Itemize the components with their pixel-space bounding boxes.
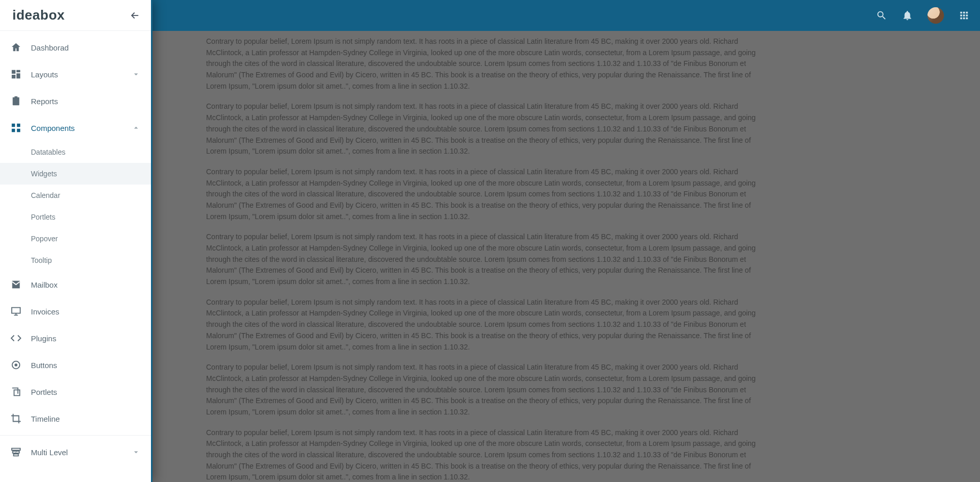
sidebar-subitem-tooltip[interactable]: Tooltip <box>31 250 151 271</box>
sidebar-subitem-portlets[interactable]: Portlets <box>31 206 151 228</box>
body-paragraph: Contrary to popular belief, Lorem Ipsum … <box>206 36 773 92</box>
sidebar-item-buttons[interactable]: Buttons <box>0 352 151 378</box>
sidebar-subitem-calendar[interactable]: Calendar <box>31 185 151 206</box>
sidebar-nav: DashboradLayoutsReportsComponentsDatatab… <box>0 31 151 482</box>
sidebar-subnav-components: DatatablesWidgetsCalendarPortletsPopover… <box>0 141 151 271</box>
topbar-actions <box>876 7 970 24</box>
clipboard-icon <box>10 95 22 107</box>
copy-icon <box>10 386 22 397</box>
crop-icon <box>10 413 22 424</box>
body-paragraph: Contrary to popular belief, Lorem Ipsum … <box>206 231 773 287</box>
search-icon[interactable] <box>876 10 887 21</box>
brand-logo[interactable]: ideabox <box>12 7 65 23</box>
sidebar-item-invoices[interactable]: Invoices <box>0 298 151 325</box>
body-paragraph: Contrary to popular belief, Lorem Ipsum … <box>206 297 773 353</box>
widgets-icon <box>10 122 22 134</box>
drawer-back-button[interactable] <box>129 10 141 21</box>
monitor-icon <box>10 306 22 317</box>
svg-text:2: 2 <box>15 450 17 454</box>
sidebar-item-label: Buttons <box>31 361 141 370</box>
sidebar-subitem-datatables[interactable]: Datatables <box>31 141 151 163</box>
sidebar-item-mailbox[interactable]: Mailbox <box>0 271 151 298</box>
sidebar-item-label: Mailbox <box>31 280 141 289</box>
chevron-up-icon <box>131 123 141 132</box>
sidebar-item-label: Multi Level <box>31 448 122 457</box>
drawer-header: ideabox <box>0 0 151 31</box>
sidebar-item-dashboard[interactable]: Dashborad <box>0 34 151 61</box>
body-paragraph: Contrary to popular belief, Lorem Ipsum … <box>206 362 773 418</box>
body-paragraph: Contrary to popular belief, Lorem Ipsum … <box>206 427 773 482</box>
brand-name: ideabox <box>12 7 65 23</box>
sidebar-item-label: Timeline <box>31 414 141 423</box>
chevron-down-icon <box>131 70 141 79</box>
sidebar-item-components[interactable]: Components <box>0 114 151 141</box>
sidebar-drawer: ideabox DashboradLayoutsReportsComponent… <box>0 0 153 482</box>
sidebar-item-label: Layouts <box>31 70 122 79</box>
article-body: Contrary to popular belief, Lorem Ipsum … <box>206 36 788 482</box>
code-icon <box>10 333 22 344</box>
mail-icon <box>10 279 22 290</box>
body-paragraph: Contrary to popular belief, Lorem Ipsum … <box>206 167 773 222</box>
bell-icon[interactable] <box>902 10 913 21</box>
svg-point-1 <box>14 363 18 367</box>
sidebar-subitem-popover[interactable]: Popover <box>31 228 151 250</box>
apps-icon[interactable] <box>958 10 970 21</box>
sidebar-item-label: Invoices <box>31 307 141 316</box>
sidebar-subitem-widgets[interactable]: Widgets <box>0 163 151 185</box>
sidebar-item-label: Dashborad <box>31 43 141 52</box>
home-icon <box>10 42 22 53</box>
sidebar-item-portlets2[interactable]: Portlets <box>0 378 151 405</box>
dashboard-icon <box>10 69 22 80</box>
avatar[interactable] <box>927 7 944 24</box>
sidebar-item-layouts[interactable]: Layouts <box>0 61 151 88</box>
filter2-icon: 2 <box>10 446 22 458</box>
sidebar-item-label: Components <box>31 124 122 132</box>
sidebar-item-label: Portlets <box>31 388 141 396</box>
target-icon <box>10 359 22 371</box>
nav-separator <box>0 435 151 436</box>
sidebar-item-multilevel[interactable]: 2Multi Level <box>0 439 151 466</box>
sidebar-item-label: Reports <box>31 97 141 106</box>
sidebar-item-timeline[interactable]: Timeline <box>0 405 151 432</box>
body-paragraph: Contrary to popular belief, Lorem Ipsum … <box>206 101 773 157</box>
sidebar-item-reports[interactable]: Reports <box>0 88 151 114</box>
sidebar-item-label: Plugins <box>31 334 141 343</box>
sidebar-item-plugins[interactable]: Plugins <box>0 325 151 352</box>
chevron-down-icon <box>131 447 141 457</box>
